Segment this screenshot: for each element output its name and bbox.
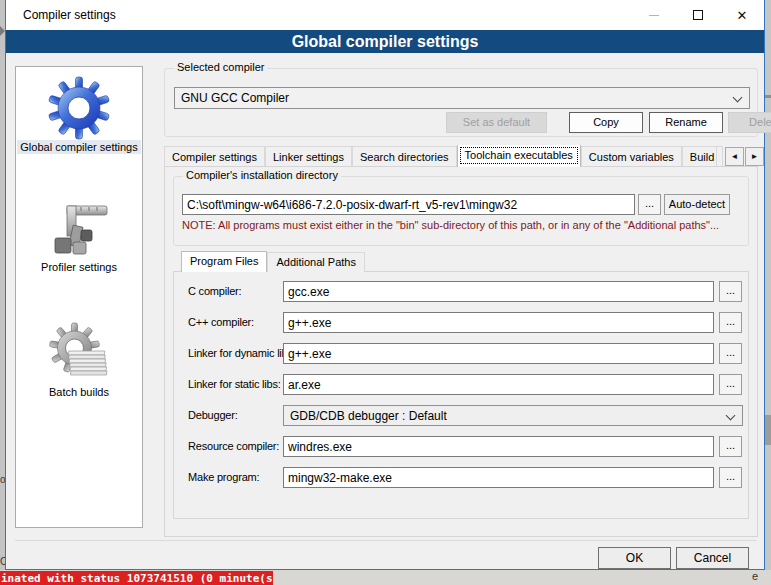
close-button[interactable]: ✕ [720, 0, 764, 30]
group-label: Selected compiler [174, 61, 267, 73]
browse-resource-compiler-button[interactable]: ... [719, 436, 742, 457]
copy-button[interactable]: Copy [569, 112, 643, 133]
compiler-select-value: GNU GCC Compiler [181, 91, 289, 105]
tab-additional-paths[interactable]: Additional Paths [267, 252, 365, 272]
background-window-log-strip: inated with status 1073741510 (0 minute(… [0, 570, 771, 585]
cpp-compiler-input[interactable] [283, 312, 714, 333]
field-label: C compiler: [188, 285, 241, 297]
auto-detect-button[interactable]: Auto-detect [664, 194, 730, 215]
field-label: C++ compiler: [188, 316, 254, 328]
maximize-icon [693, 10, 703, 20]
settings-category-list: Global compiler settings Profiler s [15, 66, 143, 528]
chevron-down-icon [733, 93, 743, 103]
make-program-input[interactable] [283, 467, 714, 488]
background-scroll-thumb [765, 415, 771, 445]
sidebar-item-label: Global compiler settings [17, 140, 140, 154]
tab-linker-settings[interactable]: Linker settings [265, 146, 352, 167]
background-window-right-sliver [765, 0, 771, 585]
debugger-select-value: GDB/CDB debugger : Default [290, 409, 447, 423]
linker-static-input[interactable] [283, 374, 714, 395]
group-label: Compiler's installation directory [183, 169, 341, 181]
browse-c-compiler-button[interactable]: ... [719, 281, 742, 302]
tab-overflow-sliver [716, 146, 723, 167]
tab-search-directories[interactable]: Search directories [352, 146, 457, 167]
build-log-text: inated with status 1073741510 (0 minute(… [1, 572, 273, 585]
maximize-button[interactable] [676, 0, 720, 30]
browse-cpp-compiler-button[interactable]: ... [719, 312, 742, 333]
field-row-resource-compiler: Resource compiler: ... [183, 436, 749, 457]
browse-linker-static-button[interactable]: ... [719, 374, 742, 395]
tab-toolchain-executables[interactable]: Toolchain executables [457, 145, 581, 167]
sidebar-item-label: Batch builds [46, 385, 112, 399]
minimize-button [632, 0, 676, 30]
note-text: NOTE: All programs must exist either in … [182, 219, 719, 231]
chevron-down-icon [726, 411, 736, 421]
tab-scroll-right-button[interactable]: ► [745, 147, 764, 166]
minimize-icon [649, 15, 659, 16]
sidebar-item-global-compiler-settings[interactable]: Global compiler settings [16, 76, 142, 154]
field-row-linker-dynamic: Linker for dynamic libs: ... [183, 343, 749, 364]
sidebar-item-batch-builds[interactable]: Batch builds [16, 321, 142, 399]
selected-compiler-group: Selected compiler GNU GCC Compiler Set a… [164, 68, 758, 137]
field-label: Linker for dynamic libs: [188, 347, 296, 359]
page-title: Global compiler settings [6, 30, 764, 53]
gray-gear-stack-icon [47, 321, 111, 385]
browse-linker-dynamic-button[interactable]: ... [719, 343, 742, 364]
field-label: Debugger: [188, 409, 238, 421]
background-text-fragment: e [752, 570, 758, 582]
cancel-button[interactable]: Cancel [676, 547, 749, 569]
compiler-settings-dialog: Compiler settings ✕ Global compiler sett… [5, 0, 765, 570]
tab-custom-variables[interactable]: Custom variables [581, 146, 682, 167]
tab-compiler-settings[interactable]: Compiler settings [164, 146, 265, 167]
tab-program-files[interactable]: Program Files [181, 251, 267, 272]
background-divider [765, 95, 771, 98]
ok-button[interactable]: OK [598, 547, 671, 569]
compiler-select[interactable]: GNU GCC Compiler [174, 87, 750, 109]
field-label: Make program: [188, 471, 259, 483]
blue-gear-icon [47, 76, 111, 140]
installation-directory-group: Compiler's installation directory ... Au… [173, 176, 749, 246]
tab-scroll-left-button[interactable]: ◄ [725, 147, 744, 166]
field-row-make-program: Make program: ... [183, 467, 749, 488]
browse-directory-button[interactable]: ... [638, 194, 661, 215]
field-row-cpp-compiler: C++ compiler: ... [183, 312, 749, 333]
window-title: Compiler settings [23, 8, 116, 22]
debugger-select[interactable]: GDB/CDB debugger : Default [283, 405, 743, 426]
field-row-linker-static: Linker for static libs: ... [183, 374, 749, 395]
set-as-default-button: Set as default [446, 112, 547, 133]
field-row-c-compiler: C compiler: ... [183, 281, 749, 302]
sidebar-item-label: Profiler settings [38, 260, 120, 274]
browse-make-program-button[interactable]: ... [719, 467, 742, 488]
rename-button[interactable]: Rename [649, 112, 723, 133]
field-label: Linker for static libs: [188, 378, 281, 390]
settings-tabstrip: Compiler settings Linker settings Search… [164, 145, 716, 167]
caliper-icon [47, 196, 111, 260]
field-label: Resource compiler: [188, 440, 279, 452]
c-compiler-input[interactable] [283, 281, 714, 302]
field-row-debugger: Debugger: GDB/CDB debugger : Default [183, 405, 749, 426]
resource-compiler-input[interactable] [283, 436, 714, 457]
linker-dynamic-input[interactable] [283, 343, 714, 364]
footer-divider [15, 540, 757, 541]
build-log-error-bar: inated with status 1073741510 (0 minute(… [0, 571, 273, 585]
tab-build-options[interactable]: Build options [682, 146, 716, 167]
titlebar[interactable]: Compiler settings ✕ [6, 0, 764, 30]
sidebar-item-profiler-settings[interactable]: Profiler settings [16, 196, 142, 274]
installation-directory-input[interactable] [182, 194, 635, 215]
program-files-tabstrip: Program Files Additional Paths [181, 252, 365, 272]
close-icon: ✕ [737, 9, 748, 22]
delete-button: Delete [728, 112, 771, 133]
